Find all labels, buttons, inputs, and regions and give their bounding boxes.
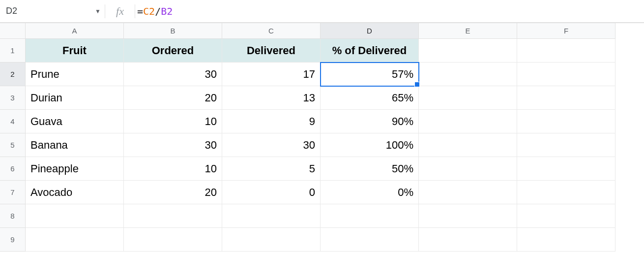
name-box[interactable]: D2 [0,0,91,22]
column-header-D[interactable]: D [321,23,419,39]
cell-A1[interactable]: Fruit [26,39,124,63]
cell-B3[interactable]: 20 [124,86,222,110]
cell-B1[interactable]: Ordered [124,39,222,63]
cell-F1[interactable] [517,39,615,63]
active-cell-ref: D2 [6,6,17,16]
cell-D6[interactable]: 50% [321,157,419,181]
cell-F2[interactable] [517,63,615,86]
cell-B7[interactable]: 20 [124,181,222,204]
row-header-3[interactable]: 3 [0,86,26,110]
fx-icon[interactable]: fx [105,5,135,18]
cell-A6[interactable]: Pineapple [26,157,124,181]
cell-F7[interactable] [517,181,615,204]
cell-C3[interactable]: 13 [222,86,321,110]
cell-A8[interactable] [26,204,124,228]
cell-A2[interactable]: Prune [26,63,124,86]
cell-D1[interactable]: % of Delivered [321,39,419,63]
cell-C5[interactable]: 30 [222,133,321,157]
row-header-8[interactable]: 8 [0,204,26,228]
cell-E7[interactable] [419,181,517,204]
cell-B8[interactable] [124,204,222,228]
cell-B4[interactable]: 10 [124,110,222,133]
cell-D7[interactable]: 0% [321,181,419,204]
cell-F3[interactable] [517,86,615,110]
formula-bar: D2 ▼ fx =C2/B2 [0,0,644,23]
cell-D8[interactable] [321,204,419,228]
cell-B5[interactable]: 30 [124,133,222,157]
formula-token-ref2: B2 [161,5,173,17]
column-header-B[interactable]: B [124,23,222,39]
formula-token-ref1: C2 [143,5,155,17]
cell-A7[interactable]: Avocado [26,181,124,204]
row-header-9[interactable]: 9 [0,228,26,252]
cell-C6[interactable]: 5 [222,157,321,181]
cell-B9[interactable] [124,228,222,252]
cell-C2[interactable]: 17 [222,63,321,86]
formula-input[interactable]: =C2/B2 [135,5,644,17]
cell-D3[interactable]: 65% [321,86,419,110]
cell-A4[interactable]: Guava [26,110,124,133]
cell-F4[interactable] [517,110,615,133]
column-header-C[interactable]: C [222,23,321,39]
cell-F8[interactable] [517,204,615,228]
cell-F6[interactable] [517,157,615,181]
row-header-1[interactable]: 1 [0,39,26,63]
column-header-F[interactable]: F [517,23,615,39]
cell-E8[interactable] [419,204,517,228]
cell-D9[interactable] [321,228,419,252]
cell-C9[interactable] [222,228,321,252]
cell-F9[interactable] [517,228,615,252]
spreadsheet-grid[interactable]: ABCDEF1FruitOrderedDelivered% of Deliver… [0,23,644,252]
cell-D5[interactable]: 100% [321,133,419,157]
cell-E1[interactable] [419,39,517,63]
row-header-5[interactable]: 5 [0,133,26,157]
cell-A5[interactable]: Banana [26,133,124,157]
column-header-E[interactable]: E [419,23,517,39]
select-all-corner[interactable] [0,23,26,39]
cell-E5[interactable] [419,133,517,157]
cell-C7[interactable]: 0 [222,181,321,204]
cell-E9[interactable] [419,228,517,252]
formula-equals: = [137,5,143,17]
cell-D2[interactable]: 57% [321,63,419,86]
row-header-4[interactable]: 4 [0,110,26,133]
cell-F5[interactable] [517,133,615,157]
cell-E3[interactable] [419,86,517,110]
cell-C4[interactable]: 9 [222,110,321,133]
row-header-6[interactable]: 6 [0,157,26,181]
chevron-down-icon: ▼ [95,8,101,15]
cell-D4[interactable]: 90% [321,110,419,133]
column-header-A[interactable]: A [26,23,124,39]
name-box-dropdown[interactable]: ▼ [91,8,105,15]
cell-E2[interactable] [419,63,517,86]
cell-C8[interactable] [222,204,321,228]
cell-E6[interactable] [419,157,517,181]
cell-B6[interactable]: 10 [124,157,222,181]
row-header-2[interactable]: 2 [0,63,26,86]
cell-A9[interactable] [26,228,124,252]
formula-token-op: / [155,5,161,17]
cell-B2[interactable]: 30 [124,63,222,86]
cell-E4[interactable] [419,110,517,133]
row-header-7[interactable]: 7 [0,181,26,204]
cell-C1[interactable]: Delivered [222,39,321,63]
cell-A3[interactable]: Durian [26,86,124,110]
